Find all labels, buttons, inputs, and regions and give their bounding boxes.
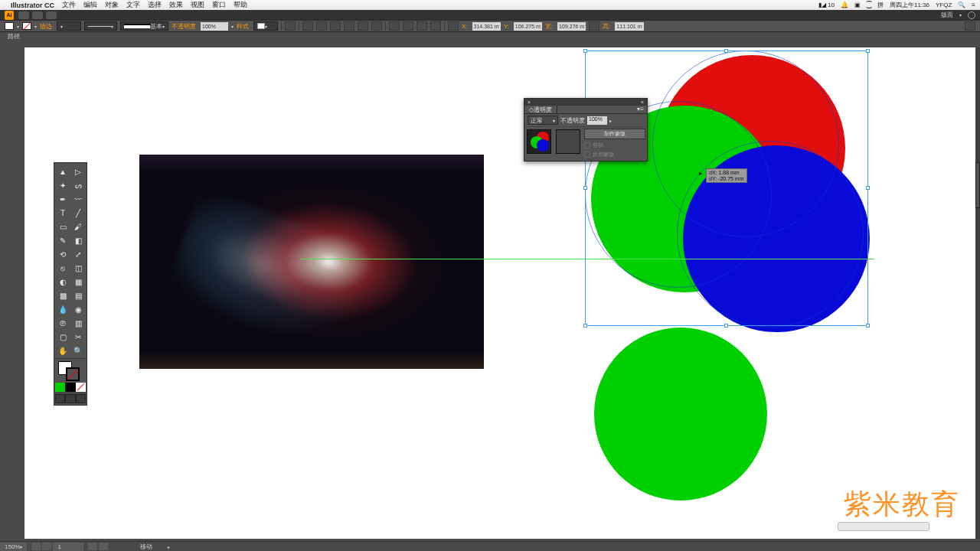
- menu-help[interactable]: 帮助: [234, 0, 247, 10]
- screen-mode-normal-icon[interactable]: [55, 394, 65, 403]
- artboard-prev-icon[interactable]: [42, 543, 51, 550]
- menu-effect[interactable]: 效果: [169, 0, 183, 10]
- placed-raster-image[interactable]: [139, 155, 484, 369]
- graph-tool-icon[interactable]: ▥: [70, 316, 86, 330]
- curvature-tool-icon[interactable]: 〰: [70, 192, 86, 206]
- menu-edit[interactable]: 编辑: [83, 0, 97, 10]
- handle-tr[interactable]: [866, 49, 870, 53]
- line-tool-icon[interactable]: ╱: [70, 206, 86, 220]
- rectangle-tool-icon[interactable]: ▭: [55, 220, 70, 233]
- status-wifi-icon[interactable]: ⁐: [867, 2, 871, 8]
- menu-object[interactable]: 对象: [105, 0, 119, 10]
- recolor-icon[interactable]: [285, 21, 296, 31]
- collapsed-panel-tab[interactable]: [975, 162, 980, 208]
- handle-mr[interactable]: [866, 186, 870, 190]
- color-mode-icon[interactable]: [55, 383, 65, 392]
- screen-mode-present-icon[interactable]: [76, 394, 86, 403]
- brush-def[interactable]: 基本▾: [120, 21, 168, 31]
- artboard-next-icon[interactable]: [88, 543, 97, 550]
- blend-tool-icon[interactable]: ◉: [70, 302, 86, 316]
- transparency-tab[interactable]: ◇透明度: [524, 106, 557, 113]
- hand-tool-icon[interactable]: ✋: [55, 344, 70, 357]
- menu-type[interactable]: 文字: [126, 0, 140, 10]
- handle-br[interactable]: [866, 324, 870, 328]
- stock-icon[interactable]: [46, 11, 57, 19]
- transparency-panel[interactable]: × « ◇透明度 ▾≡ 正常▾ 不透明度 100% ▸ 制作蒙版 剪切 反相蒙版: [524, 98, 648, 161]
- status-user[interactable]: YFQZ: [936, 2, 952, 8]
- tools-panel[interactable]: ▲ ▷ ✦ ᔕ ✒ 〰 T ╱ ▭ 🖌 ✎ ◧ ⟲ ⤢ ⎋ ◫ ◐ ▦ ▩ ▤ …: [54, 162, 87, 406]
- panel-opacity-value[interactable]: 100%: [587, 116, 607, 125]
- graphic-style[interactable]: ▾: [253, 21, 278, 31]
- status-menu-icon[interactable]: ≡: [972, 2, 975, 8]
- align-left-icon[interactable]: [302, 21, 313, 31]
- artboard-nav[interactable]: 1: [53, 543, 83, 551]
- gradient-tool-icon[interactable]: ▤: [70, 289, 86, 302]
- status-time[interactable]: 周四上午11:36: [890, 1, 929, 9]
- eyedropper-tool-icon[interactable]: 💧: [55, 302, 70, 316]
- transparency-thumbnail[interactable]: [527, 129, 551, 154]
- fill-swatch[interactable]: [5, 22, 14, 30]
- menu-window[interactable]: 窗口: [212, 0, 226, 10]
- align-top-icon[interactable]: [344, 21, 354, 31]
- status-spotlight-icon[interactable]: 🔍: [958, 2, 965, 8]
- panel-collapse-icon[interactable]: «: [641, 99, 644, 105]
- mesh-tool-icon[interactable]: ▩: [55, 289, 70, 302]
- search-icon[interactable]: [968, 11, 975, 19]
- link-wh-icon[interactable]: [589, 21, 599, 31]
- stroke-swatch[interactable]: [22, 22, 31, 30]
- distribute-h-icon[interactable]: [389, 21, 400, 31]
- app-name[interactable]: Illustrator CC: [11, 2, 54, 9]
- direct-selection-tool-icon[interactable]: ▷: [70, 165, 86, 178]
- isolate-icon[interactable]: [430, 21, 441, 31]
- magic-wand-tool-icon[interactable]: ✦: [55, 178, 70, 192]
- artboard[interactable]: ▸ dX: 1.88 mm dY: -20.75 mm 紫米教育: [24, 47, 975, 539]
- paintbrush-tool-icon[interactable]: 🖌: [70, 220, 86, 233]
- perspective-tool-icon[interactable]: ▦: [70, 275, 86, 289]
- w-value[interactable]: 109.276 m: [557, 22, 586, 31]
- distribute-v-icon[interactable]: [403, 21, 413, 31]
- bridge-icon[interactable]: [18, 11, 29, 19]
- floating-widget[interactable]: [838, 522, 929, 531]
- shape-mode-icon[interactable]: [416, 21, 427, 31]
- invert-checkbox[interactable]: [584, 152, 590, 158]
- screen-mode-full-icon[interactable]: [65, 394, 75, 403]
- pen-tool-icon[interactable]: ✒: [55, 192, 70, 206]
- panel-menu-icon[interactable]: ▾≡: [634, 106, 647, 113]
- none-mode-icon[interactable]: [76, 383, 86, 392]
- handle-tl[interactable]: [583, 49, 587, 53]
- type-tool-icon[interactable]: T: [55, 206, 70, 220]
- zoom-tool-icon[interactable]: 🔍: [70, 344, 86, 357]
- artboard-first-icon[interactable]: [31, 543, 41, 550]
- status-bell-icon[interactable]: 🔔: [841, 2, 848, 8]
- handle-bl[interactable]: [583, 324, 587, 328]
- fill-stroke-indicator[interactable]: [55, 360, 86, 383]
- y-value[interactable]: 106.275 m: [514, 22, 542, 31]
- slice-tool-icon[interactable]: ✂: [70, 330, 86, 344]
- stroke-profile[interactable]: ▾: [84, 21, 117, 31]
- align-hcenter-icon[interactable]: [316, 21, 327, 31]
- gradient-mode-icon[interactable]: [65, 383, 75, 392]
- arrange-icon[interactable]: [32, 11, 43, 19]
- rotate-tool-icon[interactable]: ⟲: [55, 247, 70, 261]
- artboard-tool-icon[interactable]: ▢: [55, 330, 70, 344]
- status-screen-icon[interactable]: ▣: [854, 2, 861, 8]
- opacity-value[interactable]: 100%: [201, 22, 228, 31]
- shape-builder-tool-icon[interactable]: ◐: [55, 275, 70, 289]
- panel-close-icon[interactable]: ×: [528, 99, 531, 105]
- pencil-tool-icon[interactable]: ✎: [55, 233, 70, 247]
- green-circle-bottom[interactable]: [594, 328, 767, 500]
- selection-tool-icon[interactable]: ▲: [55, 165, 70, 178]
- align-bottom-icon[interactable]: [371, 21, 382, 31]
- artboard-last-icon[interactable]: [99, 543, 108, 550]
- right-panel-dock[interactable]: [975, 47, 980, 539]
- eraser-tool-icon[interactable]: ◧: [70, 233, 86, 247]
- blend-mode-dropdown[interactable]: 正常▾: [528, 116, 558, 125]
- zoom-level[interactable]: 150% ▾: [0, 543, 27, 551]
- handle-ml[interactable]: [583, 186, 587, 190]
- width-tool-icon[interactable]: ⎋: [55, 261, 70, 275]
- stroke-indicator[interactable]: [66, 367, 80, 381]
- selection-bounding-box[interactable]: [585, 51, 868, 326]
- workspace-switcher[interactable]: 版面: [941, 11, 953, 19]
- menu-file[interactable]: 文件: [62, 0, 76, 10]
- stroke-weight[interactable]: ▾: [57, 21, 81, 31]
